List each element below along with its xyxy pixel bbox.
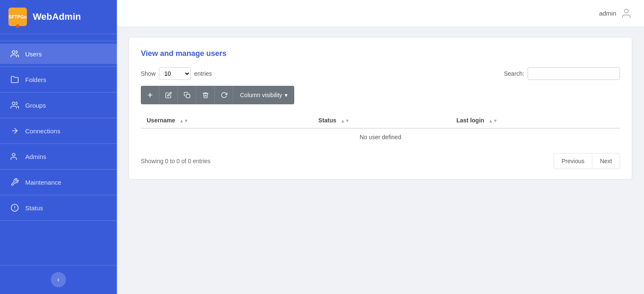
sidebar-item-connections[interactable]: Connections [0, 121, 117, 141]
next-button[interactable]: Next [592, 153, 620, 169]
sort-username-icon: ▲▼ [179, 118, 189, 123]
sidebar-item-connections-label: Connections [25, 127, 60, 135]
copy-icon [184, 92, 190, 98]
col-status-label: Status [318, 117, 336, 124]
nav-divider-top [0, 41, 117, 41]
sidebar-item-admins-label: Admins [25, 153, 46, 160]
pagination: Previous Next [554, 153, 620, 169]
svg-point-7 [624, 9, 628, 13]
sidebar-nav: Users Folders Groups [0, 34, 117, 265]
folders-icon [10, 75, 19, 84]
nav-divider-3 [0, 118, 117, 118]
nav-divider-4 [0, 143, 117, 144]
edit-icon [165, 92, 172, 98]
topbar: admin [117, 0, 644, 27]
nav-divider-5 [0, 169, 117, 170]
table-body: No user defined [141, 128, 620, 146]
entries-label: entries [194, 70, 212, 77]
sidebar-item-folders-label: Folders [25, 76, 46, 83]
delete-user-button[interactable] [196, 86, 215, 104]
previous-button[interactable]: Previous [554, 153, 592, 169]
col-status[interactable]: Status ▲▼ [312, 113, 450, 128]
app-title: WebAdmin [33, 11, 81, 22]
page-title: View and manage users [141, 49, 620, 58]
sidebar-header: SFTPGo WebAdmin [0, 0, 117, 34]
maintenance-icon [10, 177, 19, 187]
svg-point-0 [12, 51, 15, 54]
col-last-login-label: Last login [457, 117, 484, 124]
nav-divider-2 [0, 92, 117, 93]
col-username[interactable]: Username ▲▼ [141, 113, 312, 128]
edit-user-button[interactable] [159, 86, 178, 104]
content-area: View and manage users Show 10 25 50 100 … [117, 27, 644, 294]
sidebar-item-maintenance[interactable]: Maintenance [0, 172, 117, 192]
connections-icon [10, 126, 19, 135]
entries-per-page-select[interactable]: 10 25 50 100 [159, 67, 191, 80]
sidebar-collapse: ‹ [0, 265, 117, 294]
sort-status-icon: ▲▼ [340, 118, 350, 123]
sidebar-item-users-label: Users [25, 50, 42, 58]
sort-last-login-icon: ▲▼ [488, 118, 498, 123]
show-entries: Show 10 25 50 100 entries [141, 67, 212, 80]
logo-icon: SFTPGo [8, 8, 27, 26]
sidebar-item-maintenance-label: Maintenance [25, 179, 61, 186]
nav-divider-1 [0, 66, 117, 67]
column-visibility-button[interactable]: Column visibility ▾ [233, 86, 294, 104]
action-buttons: Column visibility ▾ [141, 86, 620, 104]
copy-user-button[interactable] [178, 86, 196, 104]
table-header-row: Username ▲▼ Status ▲▼ Last login ▲▼ [141, 113, 620, 128]
svg-point-1 [12, 102, 15, 105]
add-user-button[interactable] [141, 86, 159, 104]
no-data-message: No user defined [141, 128, 620, 146]
collapse-sidebar-button[interactable]: ‹ [51, 272, 66, 287]
column-visibility-label: Column visibility [240, 92, 282, 98]
sidebar-item-groups-label: Groups [25, 102, 46, 109]
users-icon [10, 49, 19, 58]
sidebar-item-status[interactable]: Status [0, 198, 117, 218]
sidebar-item-admins[interactable]: Admins [0, 146, 117, 167]
admins-icon [10, 152, 19, 161]
search-label: Search: [504, 70, 524, 77]
col-username-label: Username [147, 117, 175, 124]
nav-divider-6 [0, 195, 117, 195]
trash-icon [202, 92, 209, 98]
search-input[interactable] [528, 67, 620, 80]
groups-icon [10, 101, 19, 110]
no-data-row: No user defined [141, 128, 620, 146]
table-controls-top: Show 10 25 50 100 entries Search: [141, 67, 620, 80]
col-last-login[interactable]: Last login ▲▼ [451, 113, 620, 128]
topbar-username: admin [599, 10, 616, 17]
user-avatar-icon [620, 8, 632, 19]
users-card: View and manage users Show 10 25 50 100 … [129, 37, 632, 180]
status-icon [10, 203, 19, 212]
svg-rect-10 [186, 94, 190, 98]
sidebar-item-groups[interactable]: Groups [0, 95, 117, 115]
chevron-down-icon: ▾ [285, 92, 288, 98]
search-box: Search: [504, 67, 620, 80]
sidebar-item-status-label: Status [25, 204, 43, 212]
plus-icon [147, 92, 153, 98]
nav-divider-7 [0, 220, 117, 221]
show-label: Show [141, 70, 156, 77]
sidebar: SFTPGo WebAdmin Users Fol [0, 0, 117, 294]
svg-point-3 [12, 154, 15, 156]
table-head: Username ▲▼ Status ▲▼ Last login ▲▼ [141, 113, 620, 128]
users-table: Username ▲▼ Status ▲▼ Last login ▲▼ [141, 113, 620, 146]
refresh-icon [221, 92, 227, 98]
refresh-button[interactable] [215, 86, 233, 104]
entries-info: Showing 0 to 0 of 0 entries [141, 158, 211, 164]
topbar-user: admin [599, 8, 632, 19]
sidebar-item-folders[interactable]: Folders [0, 69, 117, 90]
main-area: admin View and manage users Show 10 25 5… [117, 0, 644, 294]
table-footer: Showing 0 to 0 of 0 entries Previous Nex… [141, 153, 620, 169]
sidebar-item-users[interactable]: Users [0, 44, 117, 64]
